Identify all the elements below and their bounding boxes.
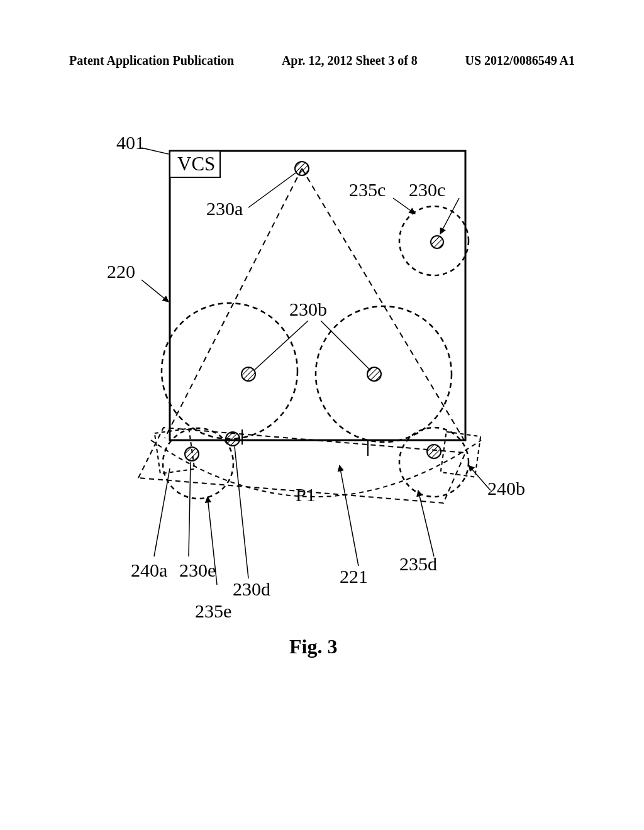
label-235e: 235e xyxy=(195,600,231,622)
leader-230e xyxy=(189,462,191,556)
leader-235d xyxy=(418,490,434,556)
leader-230a xyxy=(248,173,296,208)
diagram: 401 VCS 230a 235c 230c 220 230b P1 240b … xyxy=(107,126,547,692)
label-p1: P1 xyxy=(296,484,316,506)
label-401: 401 xyxy=(116,132,145,153)
leader-230c xyxy=(440,198,459,234)
leader-230b-r xyxy=(321,321,370,370)
diagram-svg xyxy=(107,126,547,692)
circle-left xyxy=(162,303,297,439)
label-230d: 230d xyxy=(233,578,270,600)
leader-230d xyxy=(235,446,248,578)
label-230a: 230a xyxy=(206,198,243,219)
circle-right xyxy=(316,306,452,442)
label-235c: 235c xyxy=(349,179,386,201)
leader-401 xyxy=(142,148,169,154)
dot-230e xyxy=(185,447,199,461)
header-right: US 2012/0086549 A1 xyxy=(465,53,575,68)
label-220: 220 xyxy=(107,261,135,282)
dot-230b-left xyxy=(242,367,255,381)
circle-235e xyxy=(163,428,233,499)
header-left: Patent Application Publication xyxy=(69,53,234,68)
dot-230f xyxy=(427,445,441,458)
dot-230c xyxy=(431,236,443,248)
header-center: Apr. 12, 2012 Sheet 3 of 8 xyxy=(282,53,418,68)
figure-caption: Fig. 3 xyxy=(289,635,337,658)
circle-235d xyxy=(399,428,469,497)
leader-240a xyxy=(154,468,170,556)
leader-221 xyxy=(340,465,358,566)
label-240b: 240b xyxy=(487,478,525,499)
dot-230d xyxy=(226,432,240,446)
label-230b: 230b xyxy=(289,299,327,320)
leader-220 xyxy=(142,280,169,302)
rect-240b xyxy=(441,432,481,477)
label-230c: 230c xyxy=(409,179,445,201)
dot-230a xyxy=(295,162,309,175)
label-vcs: VCS xyxy=(177,153,215,175)
label-240a: 240a xyxy=(131,560,167,581)
label-230e: 230e xyxy=(179,560,216,581)
label-235d: 235d xyxy=(399,553,437,575)
page-header: Patent Application Publication Apr. 12, … xyxy=(0,53,644,68)
label-221: 221 xyxy=(340,566,368,587)
